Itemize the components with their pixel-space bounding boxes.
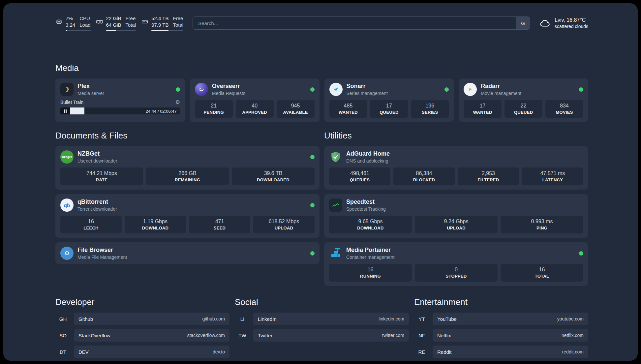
app-name: Media Portainer xyxy=(346,247,394,254)
adguard-card[interactable]: AdGuard Home DNS and adblocking 498,461 … xyxy=(324,146,588,190)
stat-stopped: 0 STOPPED xyxy=(415,264,498,282)
entertainment-column: Entertainment YT YouTube youtube.com NF … xyxy=(414,297,588,358)
bookmark-abbr: RE xyxy=(414,346,429,358)
ram-icon xyxy=(96,18,103,25)
bookmark-domain: youtube.com xyxy=(557,316,584,321)
bookmark-youtube[interactable]: YT YouTube youtube.com xyxy=(414,313,588,325)
nzbget-icon-text: nzbget xyxy=(62,155,72,159)
bookmark-twitter[interactable]: TW Twitter twitter.com xyxy=(235,329,409,342)
stat-label: BLOCKED xyxy=(395,177,453,182)
stat-value: 744.21 Mbps xyxy=(62,170,142,176)
stat-label: DOWNLOAD xyxy=(330,226,411,230)
stat-value: 945 xyxy=(278,103,313,109)
portainer-card[interactable]: Media Portainer Container management 16 … xyxy=(324,242,588,286)
adguard-icon xyxy=(329,150,342,164)
gear-icon[interactable]: ⚙ xyxy=(175,100,180,105)
stat-download: 1.19 Gbps DOWNLOAD xyxy=(125,216,186,233)
sonarr-icon xyxy=(329,83,343,96)
search-input[interactable] xyxy=(193,16,530,30)
nzbget-icon: nzbget xyxy=(60,150,74,164)
stat-value: 9.65 Gbps xyxy=(330,219,411,225)
bookmark-abbr: LI xyxy=(235,313,250,325)
stat-value: 196 xyxy=(412,103,447,109)
stat-label: UPLOAD xyxy=(255,226,313,230)
topbar: 7% 3.24 CPU Load xyxy=(55,15,588,31)
stat-value: 47.571 ms xyxy=(523,170,582,176)
stat-downloaded: 39.6 TB DOWNLOADED xyxy=(232,167,315,185)
stat-rate: 744.21 Mbps RATE xyxy=(60,167,143,185)
storage-progress-fill xyxy=(151,30,168,31)
search-bar: G xyxy=(193,16,530,30)
qbittorrent-card[interactable]: qb qBittorrent Torrent downloader 16 xyxy=(55,194,320,238)
stat-running: 16 RUNNING xyxy=(329,264,412,282)
bookmark-github[interactable]: GH Github github.com xyxy=(55,313,229,325)
stat-label: AVAILABLE xyxy=(278,110,313,115)
content: 7% 3.24 CPU Load xyxy=(3,3,638,358)
bookmark-name: Twitter xyxy=(258,333,272,338)
filebrowser-card[interactable]: File Browser Media File Management xyxy=(55,242,320,264)
weather-widget: Lviv, 16.87°C scattered clouds xyxy=(539,17,588,29)
memory-free-value: 22 GiB xyxy=(106,15,121,22)
stat-label: FILTERED xyxy=(459,177,518,182)
stat-value: 40 xyxy=(237,103,272,109)
stat-available: 945 AVAILABLE xyxy=(277,100,315,118)
status-online-dot xyxy=(579,251,583,256)
app-name: AdGuard Home xyxy=(346,150,390,157)
app-name: Radarr xyxy=(481,83,521,90)
app-name: File Browser xyxy=(77,247,127,254)
stat-value: 498,461 xyxy=(330,170,389,176)
overseerr-card[interactable]: Overseerr Media Requests 21 PENDING 40 A… xyxy=(190,78,320,122)
plex-card[interactable]: Plex Media server Bullet Train ⚙ xyxy=(55,78,185,122)
stat-remaining: 266 GB REMAINING xyxy=(146,167,229,185)
stat-label: SERIES xyxy=(412,110,447,115)
app-subtitle: DNS and adblocking xyxy=(346,158,390,164)
cpu-label-top: CPU xyxy=(79,15,90,22)
bookmark-name: DEV xyxy=(78,349,89,355)
stat-value: 1.19 Gbps xyxy=(126,219,185,225)
stat-value: 0 xyxy=(416,267,496,273)
bookmark-stackoverflow[interactable]: SO StackOverflow stackoverflow.com xyxy=(55,329,229,342)
pause-button[interactable] xyxy=(60,107,70,114)
section-title-media: Media xyxy=(55,63,588,73)
memory-metric: 22 GiB 64 GiB Free Total xyxy=(96,15,136,31)
memory-label-top: Free xyxy=(125,15,136,22)
stat-label: QUERIES xyxy=(330,177,389,182)
nzbget-card[interactable]: nzbget NZBGet Usenet downloader 744.21 M… xyxy=(55,146,320,190)
status-online-dot xyxy=(310,87,315,92)
stat-value: 485 xyxy=(331,103,366,109)
status-online-dot xyxy=(579,87,583,92)
app-name: Speedtest xyxy=(346,198,386,205)
stat-upload: 618.52 Mbps UPLOAD xyxy=(253,216,315,233)
stat-series: 196 SERIES xyxy=(411,100,449,118)
speedtest-card[interactable]: Speedtest Speedtest Tracking 9.65 Gbps D… xyxy=(324,194,588,238)
bookmark-name: Netflix xyxy=(437,333,451,338)
sonarr-card[interactable]: Sonarr Series management 485 WANTED 17 Q… xyxy=(324,78,454,122)
bookmark-domain: reddit.com xyxy=(562,349,584,354)
stat-download: 9.65 Gbps DOWNLOAD xyxy=(329,216,412,233)
playback-time: 24:44 / 02:06:47 xyxy=(146,108,177,113)
stat-label: WANTED xyxy=(331,110,366,115)
app-subtitle: Torrent downloader xyxy=(77,206,117,212)
stat-value: 17 xyxy=(371,103,407,109)
bookmark-netflix[interactable]: NF Netflix netflix.com xyxy=(414,329,588,342)
stat-upload: 9.24 Gbps UPLOAD xyxy=(415,216,498,233)
stat-wanted: 485 WANTED xyxy=(329,100,367,118)
stat-blocked: 86,384 BLOCKED xyxy=(393,167,455,185)
bookmark-linkedin[interactable]: LI LinkedIn linkedin.com xyxy=(235,313,409,325)
cpu-progress-fill xyxy=(66,30,67,31)
search-engine-button[interactable]: G xyxy=(516,17,530,29)
radarr-card[interactable]: Radarr Movie management 17 WANTED 22 QUE… xyxy=(459,78,588,122)
memory-label-bottom: Total xyxy=(125,22,136,28)
storage-total-value: 97.9 TB xyxy=(151,22,168,28)
app-name: Plex xyxy=(77,83,104,90)
cloud-icon xyxy=(539,17,551,29)
app-name: Overseerr xyxy=(212,83,245,90)
filebrowser-icon xyxy=(60,247,74,260)
stat-wanted: 17 WANTED xyxy=(464,100,502,118)
stat-queued: 17 QUEUED xyxy=(370,100,408,118)
plex-icon xyxy=(60,83,74,96)
bookmark-reddit[interactable]: RE Reddit reddit.com xyxy=(414,346,588,358)
bookmark-dev[interactable]: DT DEV dev.to xyxy=(55,346,229,358)
section-title-documents: Documents & Files xyxy=(55,131,320,141)
stat-value: 0.993 ms xyxy=(502,219,582,225)
